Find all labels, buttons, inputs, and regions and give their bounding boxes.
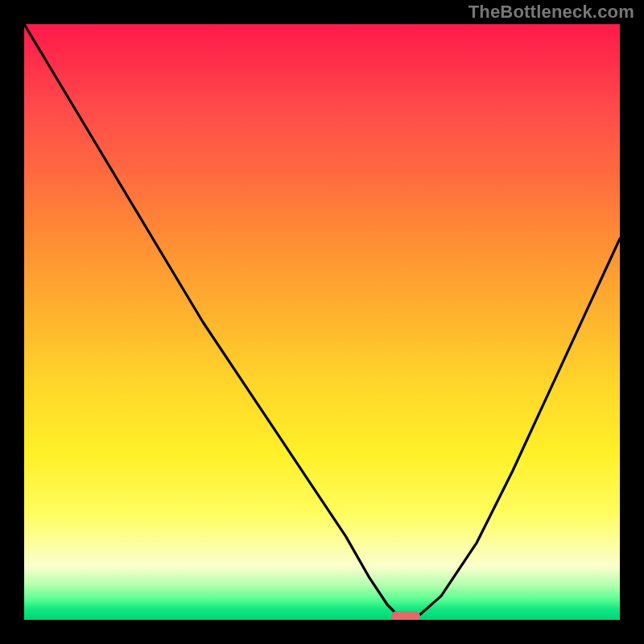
bottleneck-curve xyxy=(24,24,620,617)
watermark-text: TheBottleneck.com xyxy=(469,2,634,23)
chart-frame: TheBottleneck.com xyxy=(0,0,644,644)
plot-area xyxy=(24,24,620,620)
curve-svg xyxy=(24,24,620,620)
optimum-marker xyxy=(391,611,420,620)
